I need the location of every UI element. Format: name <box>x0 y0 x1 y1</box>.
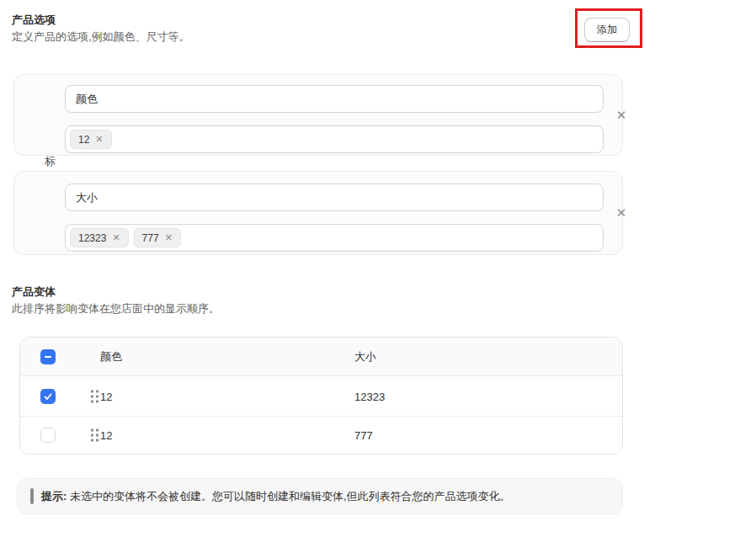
select-all-checkbox[interactable] <box>40 349 56 364</box>
drag-handle-icon[interactable] <box>91 390 98 402</box>
cell-value: 12323 <box>354 390 385 402</box>
value-chip: 12 ✕ <box>70 130 112 149</box>
add-option-button[interactable]: 添加 <box>584 18 630 42</box>
table-row[interactable]: 12 12323 <box>20 376 622 417</box>
chip-remove-icon[interactable]: ✕ <box>112 233 120 242</box>
options-section-title: 产品选项 <box>12 13 56 28</box>
remove-option-button[interactable]: ✕ <box>613 106 630 123</box>
option-card: 标题 值 12323 ✕ 777 ✕ ✕ <box>13 171 623 255</box>
variants-table: 颜色 大小 12 12323 12 777 <box>19 337 623 455</box>
options-section-subtitle: 定义产品的选项,例如颜色、尺寸等。 <box>12 29 190 45</box>
table-row[interactable]: 12 777 <box>20 417 622 454</box>
close-icon: ✕ <box>616 109 627 121</box>
tip-label: 提示: <box>41 490 67 502</box>
checkmark-icon <box>43 391 53 401</box>
indeterminate-minus-icon <box>43 352 53 362</box>
remove-option-button[interactable]: ✕ <box>613 204 630 221</box>
variants-section-subtitle: 此排序将影响变体在您店面中的显示顺序。 <box>12 301 220 316</box>
variants-table-header: 颜色 大小 <box>20 338 622 376</box>
option-card: 标题 值 12 ✕ ✕ <box>13 74 623 156</box>
chip-remove-icon[interactable]: ✕ <box>165 233 173 242</box>
close-icon: ✕ <box>616 206 627 219</box>
column-header: 大小 <box>354 349 376 364</box>
drag-handle-icon[interactable] <box>91 429 98 442</box>
cell-value: 12 <box>100 429 112 442</box>
cell-value: 777 <box>354 429 373 442</box>
tip-accent-bar <box>30 488 34 504</box>
chip-text: 777 <box>142 232 159 244</box>
chip-text: 12323 <box>78 232 106 244</box>
chip-text: 12 <box>78 134 89 146</box>
tip-text: 提示: 未选中的变体将不会被创建。您可以随时创建和编辑变体,但此列表符合您的产品… <box>41 489 511 504</box>
chip-remove-icon[interactable]: ✕ <box>95 135 103 144</box>
option-title-input[interactable] <box>65 183 604 211</box>
variants-section-title: 产品变体 <box>12 284 56 300</box>
row-checkbox[interactable] <box>40 428 56 443</box>
cell-value: 12 <box>100 390 112 402</box>
value-chip: 777 ✕ <box>134 228 181 247</box>
column-header: 颜色 <box>100 349 122 364</box>
option-values-input[interactable]: 12323 ✕ 777 ✕ <box>65 224 604 252</box>
option-title-input[interactable] <box>65 85 604 113</box>
tip-body: 未选中的变体将不会被创建。您可以随时创建和编辑变体,但此列表符合您的产品选项变化… <box>67 490 510 502</box>
tip-banner: 提示: 未选中的变体将不会被创建。您可以随时创建和编辑变体,但此列表符合您的产品… <box>17 478 623 514</box>
option-values-input[interactable]: 12 ✕ <box>65 125 604 153</box>
value-chip: 12323 ✕ <box>70 228 129 247</box>
row-checkbox[interactable] <box>40 389 56 404</box>
product-options-page: 产品选项 定义产品的选项,例如颜色、尺寸等。 添加 标题 值 12 ✕ ✕ 标题… <box>0 0 756 553</box>
